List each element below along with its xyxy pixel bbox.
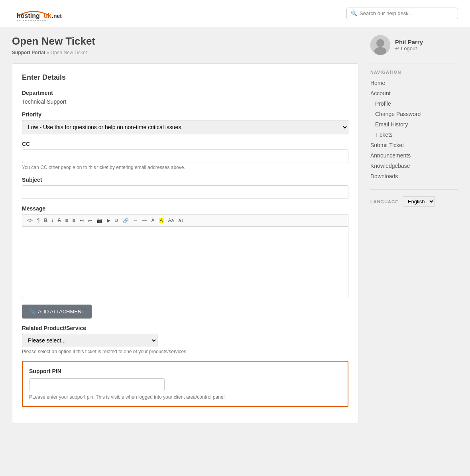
breadcrumb-separator: » xyxy=(47,50,51,55)
svg-text:.net: .net xyxy=(52,13,62,19)
editor-toolbar: <> ¶ B I S ≡ ≡ ↤ ↦ 📷 ▶ ⧉ 🔗 ↔ — A A xyxy=(22,214,348,226)
sidebar-link-email-history[interactable]: Email History xyxy=(375,119,458,130)
language-section: LANGUAGE English xyxy=(370,196,458,207)
user-info: Phil Parry ↵ Logout xyxy=(370,35,458,55)
toolbar-link[interactable]: 🔗 xyxy=(121,217,130,224)
sidebar-link-knowledgebase[interactable]: Knowledgebase xyxy=(370,161,458,171)
priority-label: Priority xyxy=(22,111,348,118)
sidebar-item-announcements[interactable]: Announcements xyxy=(370,150,458,161)
language-title: LANGUAGE xyxy=(370,199,399,204)
sidebar-link-home[interactable]: Home xyxy=(370,78,458,88)
toolbar-image[interactable]: 📷 xyxy=(95,217,104,224)
attachment-label: ADD ATTACHMENT xyxy=(38,309,85,315)
search-box[interactable]: 🔍 xyxy=(346,8,458,19)
user-name: Phil Parry xyxy=(395,39,423,45)
message-label: Message xyxy=(22,205,348,212)
content-area: Open New Ticket Support Portal » Open Ne… xyxy=(12,35,358,423)
sidebar-item-submit-ticket[interactable]: Submit Ticket xyxy=(370,140,458,150)
related-select[interactable]: Please select... xyxy=(22,334,157,347)
toolbar-paragraph[interactable]: ¶ xyxy=(35,217,41,224)
related-label: Related Product/Service xyxy=(22,325,348,331)
sidebar-link-announcements[interactable]: Announcements xyxy=(370,150,458,161)
toolbar-ol[interactable]: ≡ xyxy=(71,217,77,224)
department-label: Department xyxy=(22,90,348,96)
breadcrumb: Support Portal » Open New Ticket xyxy=(12,50,358,55)
toolbar-font-size[interactable]: Aa xyxy=(167,217,176,224)
svg-text:uk: uk xyxy=(44,12,51,19)
search-input[interactable] xyxy=(360,10,454,16)
sidebar-item-tickets[interactable]: Tickets xyxy=(370,130,458,140)
toolbar-font-bg[interactable]: A xyxy=(157,217,165,224)
subject-group: Subject xyxy=(22,177,348,199)
cc-label: CC xyxy=(22,141,348,147)
subject-label: Subject xyxy=(22,177,348,183)
department-group: Department Technical Support xyxy=(22,90,348,105)
nav-section-title: NAVIGATION xyxy=(370,70,458,75)
toolbar-strikethrough[interactable]: S xyxy=(56,217,62,224)
toolbar-outdent[interactable]: ↤ xyxy=(78,217,85,224)
toolbar-line-height[interactable]: a↕ xyxy=(177,217,185,224)
svg-text:hosting: hosting xyxy=(17,12,40,19)
page-title: Open New Ticket xyxy=(12,35,358,47)
breadcrumb-parent[interactable]: Support Portal xyxy=(12,50,45,55)
related-hint: Please select an option if this ticket i… xyxy=(22,349,348,354)
support-pin-label: Support PIN xyxy=(29,368,341,374)
breadcrumb-current: Open New Ticket xyxy=(51,50,87,55)
sidebar-item-knowledgebase[interactable]: Knowledgebase xyxy=(370,161,458,171)
sidebar-link-tickets[interactable]: Tickets xyxy=(375,130,458,140)
toolbar-font-color[interactable]: A xyxy=(150,217,156,224)
logo-image: hosting uk .net an iomart company xyxy=(12,5,76,22)
sidebar-link-profile[interactable]: Profile xyxy=(375,98,458,109)
toolbar-ul[interactable]: ≡ xyxy=(64,217,70,224)
support-pin-hint: PLease enter your support pin. This is v… xyxy=(29,394,341,400)
cc-hint: You can CC other people on to this ticke… xyxy=(22,165,348,170)
toolbar-video[interactable]: ▶ xyxy=(105,217,112,224)
message-editor-body[interactable] xyxy=(22,226,348,298)
toolbar-hr[interactable]: — xyxy=(141,217,149,224)
sidebar-item-account[interactable]: Account xyxy=(370,88,458,98)
sidebar-divider-2 xyxy=(370,189,458,190)
sidebar-item-downloads[interactable]: Downloads xyxy=(370,171,458,181)
logo: hosting uk .net an iomart company xyxy=(12,5,76,22)
sidebar-divider-1 xyxy=(370,63,458,63)
avatar xyxy=(370,35,390,55)
related-product-group: Related Product/Service Please select...… xyxy=(22,325,348,354)
toolbar-table[interactable]: ⧉ xyxy=(113,217,120,224)
svg-point-5 xyxy=(376,39,384,47)
toolbar-code[interactable]: <> xyxy=(26,217,34,224)
support-pin-input[interactable] xyxy=(29,378,165,391)
header: hosting uk .net an iomart company 🔍 xyxy=(0,0,470,27)
logout-link[interactable]: ↵ Logout xyxy=(395,45,423,51)
sidebar-link-change-password[interactable]: Change Password xyxy=(375,109,458,119)
language-select[interactable]: English xyxy=(403,196,435,207)
support-pin-box: Support PIN PLease enter your support pi… xyxy=(22,361,348,407)
sidebar-item-email-history[interactable]: Email History xyxy=(370,119,458,130)
toolbar-italic[interactable]: I xyxy=(50,217,55,224)
department-value: Technical Support xyxy=(22,98,348,105)
svg-point-6 xyxy=(374,47,386,55)
priority-select[interactable]: Low - Use this for questions or help on … xyxy=(22,120,348,134)
cc-input[interactable] xyxy=(22,149,348,163)
logout-icon: ↵ xyxy=(395,45,399,51)
sidebar-link-submit-ticket[interactable]: Submit Ticket xyxy=(370,140,458,150)
logout-label: Logout xyxy=(401,45,417,51)
message-group: Message <> ¶ B I S ≡ ≡ ↤ ↦ 📷 ▶ ⧉ 🔗 ↔ — xyxy=(22,205,348,298)
sidebar-item-home[interactable]: Home xyxy=(370,78,458,88)
sidebar: Phil Parry ↵ Logout NAVIGATION Home Acco… xyxy=(370,35,458,423)
toolbar-bold[interactable]: B xyxy=(42,217,49,224)
form-section-title: Enter Details xyxy=(22,73,348,82)
sidebar-item-profile[interactable]: Profile xyxy=(370,98,458,109)
sidebar-link-account[interactable]: Account xyxy=(370,88,458,98)
svg-text:an iomart company: an iomart company xyxy=(17,19,47,21)
toolbar-align[interactable]: ↔ xyxy=(132,217,140,224)
attachment-icon: 📎 xyxy=(29,309,35,315)
search-icon: 🔍 xyxy=(351,10,357,16)
add-attachment-button[interactable]: 📎 ADD ATTACHMENT xyxy=(22,305,92,319)
toolbar-indent[interactable]: ↦ xyxy=(87,217,94,224)
sidebar-link-downloads[interactable]: Downloads xyxy=(370,171,458,181)
nav-list: Home Account Profile Change Password Ema… xyxy=(370,78,458,181)
subject-input[interactable] xyxy=(22,185,348,199)
sidebar-item-change-password[interactable]: Change Password xyxy=(370,109,458,119)
user-details: Phil Parry ↵ Logout xyxy=(395,39,423,51)
cc-group: CC You can CC other people on to this ti… xyxy=(22,141,348,170)
